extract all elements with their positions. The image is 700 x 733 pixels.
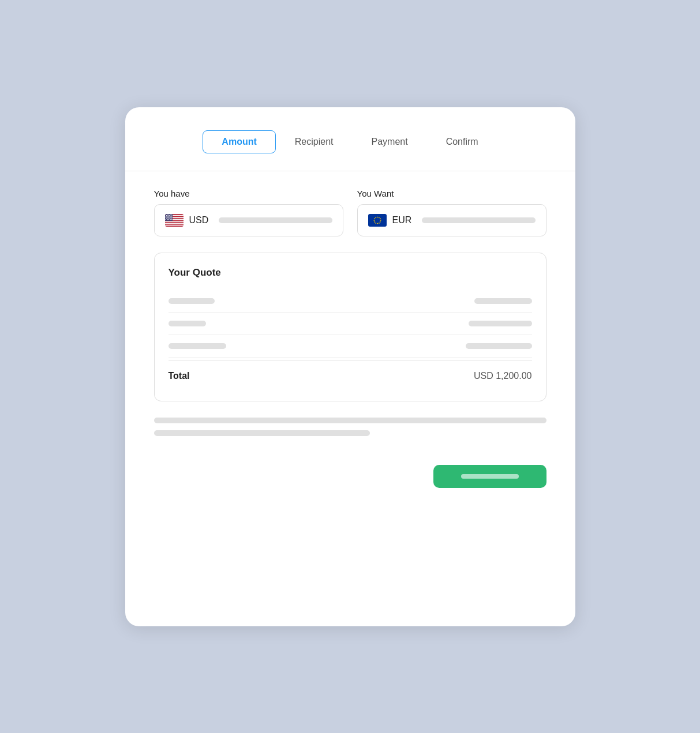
svg-point-12 — [171, 214, 172, 215]
eur-amount-skeleton — [422, 217, 535, 223]
svg-point-37 — [168, 219, 169, 219]
svg-rect-4 — [165, 220, 184, 221]
tab-divider — [125, 171, 575, 171]
usd-flag-icon — [165, 214, 184, 227]
main-card: Amount Recipient Payment Confirm You hav… — [125, 107, 575, 626]
svg-point-36 — [167, 219, 167, 219]
quote-box: Your Quote Total USD 1,200.00 — [154, 253, 546, 401]
svg-point-33 — [169, 218, 170, 219]
usd-amount-skeleton — [219, 217, 332, 223]
quote-row-3 — [169, 335, 532, 358]
svg-point-19 — [168, 216, 169, 216]
quote-row-1 — [169, 290, 532, 313]
svg-point-15 — [169, 215, 170, 215]
svg-point-24 — [169, 216, 170, 217]
svg-point-10 — [168, 214, 169, 215]
svg-point-38 — [170, 219, 170, 219]
svg-point-11 — [170, 214, 170, 215]
eur-flag-icon — [368, 214, 387, 227]
tab-payment[interactable]: Payment — [352, 130, 426, 153]
svg-point-28 — [168, 217, 169, 218]
svg-point-9 — [167, 214, 167, 215]
usd-currency-code: USD — [189, 215, 209, 225]
svg-point-17 — [165, 216, 166, 216]
svg-point-18 — [167, 216, 167, 216]
eur-currency-code: EUR — [392, 215, 412, 225]
svg-point-22 — [166, 216, 166, 217]
svg-rect-40 — [368, 214, 387, 227]
svg-point-31 — [166, 218, 166, 219]
tab-amount[interactable]: Amount — [203, 130, 275, 153]
svg-point-25 — [170, 216, 171, 217]
svg-point-21 — [171, 216, 172, 216]
quote-total-value: USD 1,200.00 — [474, 371, 532, 381]
svg-rect-6 — [165, 224, 184, 225]
quote-row-2-label-skeleton — [169, 321, 206, 326]
you-want-group: You Want — [357, 189, 546, 236]
quote-row-1-value-skeleton — [474, 298, 532, 304]
tab-confirm[interactable]: Confirm — [427, 130, 497, 153]
quote-title: Your Quote — [169, 267, 532, 279]
info-skeleton-2 — [154, 430, 370, 436]
svg-point-13 — [166, 215, 166, 215]
quote-row-3-value-skeleton — [466, 343, 532, 349]
svg-point-34 — [170, 218, 171, 219]
quote-row-1-label-skeleton — [169, 298, 215, 304]
quote-row-2 — [169, 313, 532, 335]
quote-row-3-label-skeleton — [169, 343, 226, 349]
you-want-label: You Want — [357, 189, 546, 198]
svg-point-39 — [171, 219, 172, 219]
footer — [154, 465, 546, 488]
svg-point-29 — [170, 217, 170, 218]
quote-total-row: Total USD 1,200.00 — [169, 360, 532, 389]
you-have-box[interactable]: USD — [154, 204, 343, 236]
next-button[interactable] — [433, 465, 546, 488]
svg-point-32 — [167, 218, 168, 219]
svg-point-14 — [167, 215, 168, 215]
svg-point-27 — [167, 217, 167, 218]
svg-point-8 — [165, 214, 166, 215]
svg-rect-5 — [165, 223, 184, 224]
info-skeleton-1 — [154, 418, 546, 423]
svg-point-35 — [165, 219, 166, 219]
quote-row-2-value-skeleton — [469, 321, 532, 326]
svg-point-16 — [170, 215, 171, 215]
svg-point-30 — [171, 217, 172, 218]
tab-navigation: Amount Recipient Payment Confirm — [154, 130, 546, 171]
svg-point-23 — [167, 216, 168, 217]
you-have-group: You have — [154, 189, 343, 236]
svg-point-26 — [165, 217, 166, 218]
info-section — [154, 418, 546, 436]
quote-total-label: Total — [169, 371, 190, 381]
next-button-skeleton — [461, 474, 519, 479]
currency-section: You have — [154, 189, 546, 236]
you-have-label: You have — [154, 189, 343, 198]
you-want-box[interactable]: EUR — [357, 204, 546, 236]
svg-point-20 — [170, 216, 170, 216]
tab-recipient[interactable]: Recipient — [276, 130, 353, 153]
